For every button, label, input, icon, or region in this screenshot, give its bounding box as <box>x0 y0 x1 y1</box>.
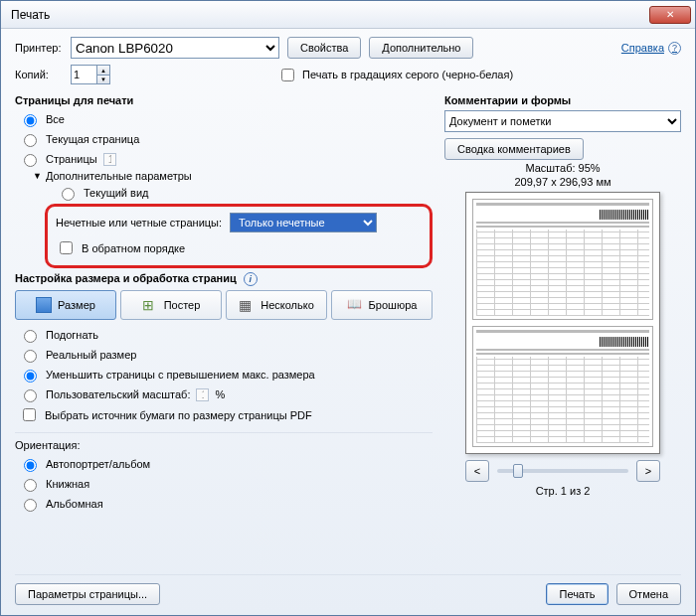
chevron-left-icon: < <box>474 465 480 477</box>
tab-multiple[interactable]: Несколько <box>226 290 327 320</box>
sizing-section-title: Настройка размера и обработка страниц i <box>15 272 433 286</box>
radio-shrink[interactable]: Уменьшить страницы с превышением макс. р… <box>19 366 433 384</box>
barcode-icon <box>600 210 649 220</box>
poster-icon <box>142 297 158 313</box>
radio-custom-scale[interactable]: Пользовательский масштаб: % <box>19 385 433 403</box>
slider-thumb[interactable] <box>513 464 523 478</box>
grayscale-checkbox[interactable]: Печать в градациях серого (черно-белая) <box>277 66 513 84</box>
info-icon[interactable]: i <box>244 272 258 286</box>
copies-label: Копий: <box>15 69 63 80</box>
preview-next-button[interactable]: > <box>636 460 660 482</box>
copies-spinner[interactable]: ▲ ▼ <box>71 65 110 84</box>
more-options-toggle[interactable]: ▼ Дополнительные параметры <box>33 170 433 182</box>
spinner-down-icon[interactable]: ▼ <box>96 75 110 84</box>
radio-fit[interactable]: Подогнать <box>19 326 433 344</box>
printer-label: Принтер: <box>15 42 63 54</box>
page-setup-button[interactable]: Параметры страницы... <box>15 583 160 605</box>
preview-zoom-slider[interactable] <box>497 469 628 473</box>
pages-range-input[interactable] <box>103 153 116 166</box>
orientation-label: Ориентация: <box>15 439 433 451</box>
tab-poster[interactable]: Постер <box>120 290 222 320</box>
print-button[interactable]: Печать <box>546 583 608 605</box>
radio-current-page[interactable]: Текущая страница <box>19 130 433 148</box>
chevron-right-icon: > <box>645 465 651 477</box>
preview-scale: Масштаб: 95% <box>525 162 600 174</box>
size-icon <box>36 297 52 313</box>
preview-prev-button[interactable]: < <box>465 460 489 482</box>
window-title: Печать <box>11 8 50 22</box>
printer-select[interactable]: Canon LBP6020 <box>71 37 279 59</box>
tab-booklet[interactable]: Брошюра <box>331 290 433 320</box>
odd-even-select[interactable]: Только нечетные <box>230 213 377 232</box>
radio-pages-range[interactable]: Страницы <box>19 150 433 168</box>
help-icon: ? <box>668 42 681 55</box>
tab-size[interactable]: Размер <box>15 290 116 320</box>
advanced-button[interactable]: Дополнительно <box>369 37 473 59</box>
comments-select[interactable]: Документ и пометки <box>444 110 681 132</box>
radio-orient-portrait[interactable]: Книжная <box>19 475 433 493</box>
radio-orient-auto[interactable]: Автопортрет/альбом <box>19 455 433 473</box>
radio-current-view[interactable]: Текущий вид <box>57 184 433 202</box>
cancel-button[interactable]: Отмена <box>616 583 681 605</box>
radio-all[interactable]: Все <box>19 110 433 128</box>
page-indicator: Стр. 1 из 2 <box>444 485 681 497</box>
spinner-up-icon[interactable]: ▲ <box>96 65 110 75</box>
paper-source-checkbox[interactable]: Выбрать источник бумаги по размеру стран… <box>19 405 433 424</box>
odd-even-label: Нечетные или четные страницы: <box>56 217 222 229</box>
close-button[interactable]: ✕ <box>649 6 691 24</box>
barcode-icon <box>600 337 649 347</box>
chevron-down-icon: ▼ <box>33 171 42 181</box>
reverse-order-checkbox[interactable]: В обратном порядке <box>56 238 422 257</box>
radio-orient-landscape[interactable]: Альбомная <box>19 495 433 513</box>
help-link[interactable]: Справка ? <box>621 42 681 55</box>
print-preview <box>465 192 660 454</box>
booklet-icon <box>347 297 363 313</box>
properties-button[interactable]: Свойства <box>287 37 361 59</box>
comments-summary-button[interactable]: Сводка комментариев <box>444 138 584 160</box>
multiple-icon <box>239 297 255 313</box>
custom-scale-input[interactable] <box>196 388 209 401</box>
close-icon: ✕ <box>666 9 674 20</box>
pages-section-title: Страницы для печати <box>15 94 433 106</box>
copies-input[interactable] <box>71 65 96 84</box>
comments-section-title: Комментарии и формы <box>444 94 681 106</box>
radio-actual[interactable]: Реальный размер <box>19 346 433 364</box>
odd-even-highlight: Нечетные или четные страницы: Только неч… <box>45 204 433 268</box>
preview-dimensions: 209,97 x 296,93 мм <box>514 176 610 188</box>
